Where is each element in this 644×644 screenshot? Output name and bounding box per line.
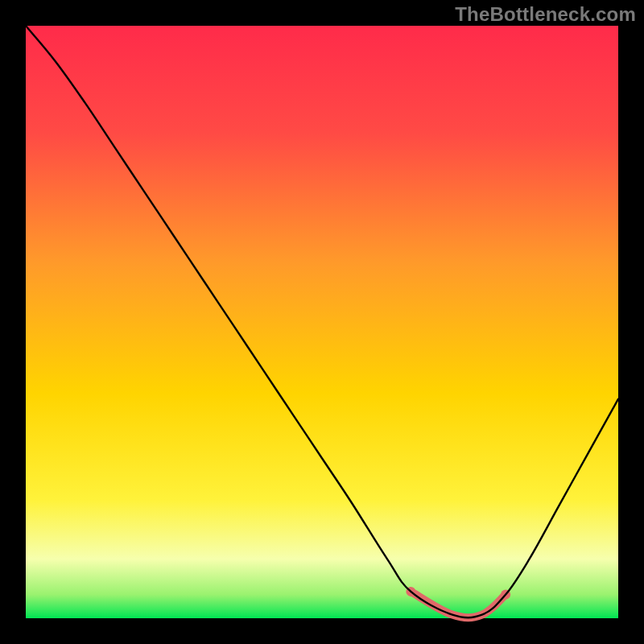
plot-area — [26, 26, 618, 618]
chart-container: TheBottleneck.com — [0, 0, 644, 644]
bottleneck-chart — [0, 0, 644, 644]
watermark-text: TheBottleneck.com — [455, 3, 636, 26]
